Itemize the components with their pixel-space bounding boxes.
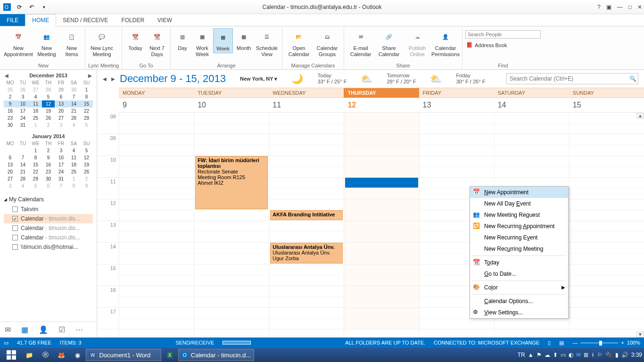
tray-icon[interactable]: ◐ [569,352,573,358]
mini-cal-day[interactable]: 25 [29,115,42,122]
mini-cal-day[interactable] [4,147,17,154]
mini-cal-day[interactable]: 15 [29,161,42,168]
mini-cal-day[interactable]: 24 [55,168,67,175]
start-button[interactable] [2,349,21,361]
checkbox[interactable] [12,216,18,222]
mini-cal-day[interactable]: 7 [67,93,80,100]
ctx-calendar-options[interactable]: Calendar Options... [470,296,568,307]
more-peek-icon[interactable]: ⋯ [75,325,83,334]
ctx-new-meeting-request[interactable]: 👥New Meeting Request [470,209,568,221]
search-icon[interactable]: 🔍 [629,75,636,82]
mini-cal-day[interactable]: 18 [29,107,42,115]
date-number[interactable]: 10 [194,98,269,112]
next-month-icon[interactable]: ▶ [88,73,92,78]
mini-cal-day[interactable]: 4 [67,122,80,129]
day-column[interactable]: FW: İdari birim müdürleri toplantısıRect… [194,113,269,337]
workweek-view-button[interactable]: ▦Work Week [192,28,212,58]
mini-cal-day[interactable]: 7 [17,154,29,161]
taskbar-outlook[interactable]: OCalendar - timucin.d... [178,349,254,361]
mini-cal-day[interactable]: 28 [67,115,80,122]
mini-cal-day[interactable]: 26 [80,168,93,175]
taskbar-ie-icon[interactable]: ⓔ [38,349,53,361]
mini-cal-day[interactable]: 6 [4,154,17,161]
publish-online-button[interactable]: ☁Publish Online [404,28,431,58]
taskbar-chrome-icon[interactable]: ◉ [70,349,85,361]
mini-cal-day[interactable]: 11 [67,154,80,161]
mini-cal-day[interactable]: 5 [42,93,55,100]
tray-icon[interactable]: ▭ [561,352,566,358]
mini-cal-day[interactable]: 2 [42,122,55,129]
appointment[interactable]: FW: İdari birim müdürleri toplantısıRect… [195,156,268,209]
mini-cal-day[interactable]: 29 [55,86,67,93]
appointment-selected[interactable] [345,178,418,188]
date-number[interactable]: 14 [494,98,569,112]
calendar-permissions-button[interactable]: 👤Calendar Permissions [432,28,459,58]
mini-cal-day[interactable]: 13 [55,100,67,107]
mini-cal-day[interactable]: 5 [29,182,42,189]
appointment[interactable]: Uluslararası Antalya Ünv.Uluslararası An… [270,243,343,263]
today-button[interactable]: 📆Today [125,28,146,52]
new-appointment-button[interactable]: 📅New Appointment [5,28,32,58]
new-items-button[interactable]: 📋New Items [61,28,82,58]
ctx-new-recurring-meeting[interactable]: New Recurring Meeting [470,243,568,255]
ctx-new-recurring-appointment[interactable]: 🔁New Recurring Appointment [470,221,568,232]
mail-peek-icon[interactable]: ✉ [5,325,11,334]
mini-cal-day[interactable]: 13 [4,161,17,168]
zoom-in-icon[interactable]: + [621,340,624,346]
mini-cal-day[interactable] [17,147,29,154]
people-peek-icon[interactable]: 👤 [39,325,48,334]
ctx-today[interactable]: 📆Today [470,257,568,268]
search-people-input[interactable] [465,30,541,39]
mini-cal-day[interactable]: 7 [55,182,67,189]
mini-cal-day[interactable]: 25 [4,86,17,93]
calendar-list-item[interactable]: Calendar - timucin.dis... [4,214,93,223]
mini-cal-day[interactable]: 14 [17,161,29,168]
tray-network-icon[interactable]: ▮ [615,352,619,358]
tab-file[interactable]: FILE [0,14,25,26]
taskbar-firefox-icon[interactable]: 🦊 [54,349,69,361]
weather-location[interactable]: New York, NY ▾ [240,76,277,82]
mini-cal-day[interactable]: 23 [4,115,17,122]
taskbar-word[interactable]: WDocument1 - Word [86,349,161,361]
mini-cal-day[interactable]: 17 [55,161,67,168]
mini-cal-day[interactable]: 3 [55,147,67,154]
mini-cal-day[interactable]: 12 [80,154,93,161]
mini-cal-day[interactable]: 3 [4,182,17,189]
tray-action-center-icon[interactable]: ⚐ [597,352,603,358]
minimize-icon[interactable]: — [617,4,623,10]
mini-cal-day[interactable]: 8 [80,93,93,100]
close-icon[interactable]: ✕ [637,4,642,10]
checkbox[interactable] [12,235,18,240]
checkbox[interactable] [12,225,18,231]
scroll-down-icon[interactable]: ▼ [636,331,644,337]
date-number[interactable]: 11 [269,98,344,112]
tray-volume-icon[interactable]: 🔊 [621,352,628,358]
appointment[interactable]: AKFA Branding Intitiative [270,210,343,220]
mini-cal-day[interactable]: 19 [80,161,93,168]
tab-view[interactable]: VIEW [151,14,179,26]
mini-cal-day[interactable]: 14 [67,100,80,107]
tab-folder[interactable]: FOLDER [115,14,151,26]
mini-cal-day[interactable]: 6 [42,182,55,189]
tray-clock[interactable]: 3:39 [631,352,642,358]
qat-sendreceive-icon[interactable]: ⟳ [15,3,24,11]
tray-icon[interactable]: ⊞ [584,352,588,358]
mini-cal-day[interactable]: 26 [42,115,55,122]
mini-cal-day[interactable]: 9 [42,154,55,161]
checkbox[interactable] [12,206,18,212]
prev-month-icon[interactable]: ◀ [5,73,8,78]
mini-cal-day[interactable]: 20 [55,107,67,115]
mini-cal-day[interactable]: 1 [29,147,42,154]
mini-cal-day[interactable]: 10 [55,154,67,161]
mini-cal-day[interactable]: 3 [17,93,29,100]
mini-cal-day[interactable]: 1 [29,122,42,129]
tab-sendreceive[interactable]: SEND / RECEIVE [56,14,115,26]
tray-icon[interactable]: ☁ [545,352,550,358]
mini-cal-day[interactable]: 3 [55,122,67,129]
maximize-icon[interactable]: □ [628,4,632,10]
ctx-new-recurring-event[interactable]: New Recurring Event [470,232,568,243]
mini-cal-day[interactable]: 31 [17,122,29,129]
mini-cal-day[interactable]: 2 [4,93,17,100]
address-book-button[interactable]: 📕Address Book [465,41,507,48]
calendar-list-item[interactable]: Takvim [4,205,93,214]
